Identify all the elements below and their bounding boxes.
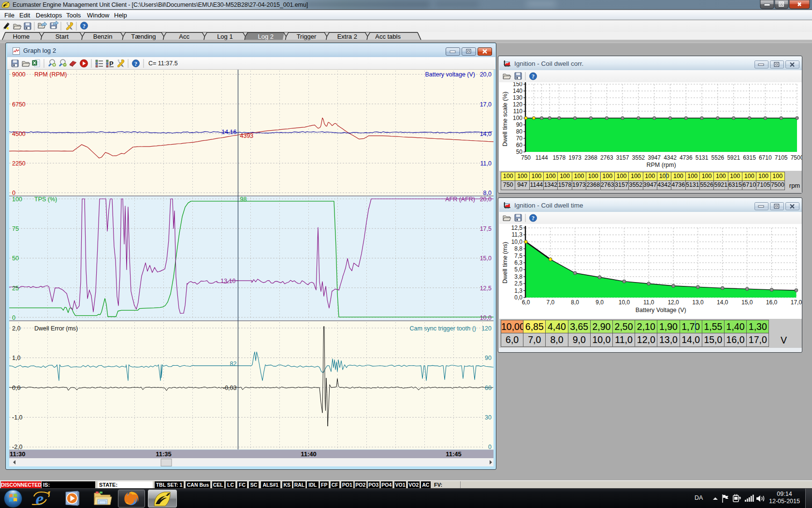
svg-text:750: 750 bbox=[521, 154, 531, 161]
svg-text:Home: Home bbox=[13, 33, 30, 40]
svg-text:2,0: 2,0 bbox=[12, 325, 20, 332]
svg-text:3552: 3552 bbox=[632, 154, 645, 161]
svg-text:Dwell Error (ms): Dwell Error (ms) bbox=[34, 325, 78, 332]
svg-text:15,0: 15,0 bbox=[741, 299, 753, 306]
svg-text:120: 120 bbox=[481, 325, 492, 332]
svg-text:6,3: 6,3 bbox=[514, 259, 522, 266]
svg-text:?: ? bbox=[83, 23, 86, 30]
svg-text:RPM (rpm): RPM (rpm) bbox=[646, 162, 676, 168]
svg-text:17,5: 17,5 bbox=[480, 225, 492, 232]
svg-text:90: 90 bbox=[485, 355, 492, 361]
svg-text:Dwell time scale (%): Dwell time scale (%) bbox=[502, 91, 508, 146]
svg-text:14,0: 14,0 bbox=[717, 299, 728, 306]
svg-text:7500: 7500 bbox=[791, 154, 802, 161]
svg-text:80: 80 bbox=[516, 128, 523, 135]
svg-text:10,0: 10,0 bbox=[511, 239, 523, 245]
svg-text:17,0: 17,0 bbox=[791, 299, 802, 306]
svg-text:7,0: 7,0 bbox=[546, 299, 554, 306]
svg-text:TPS (%): TPS (%) bbox=[34, 196, 57, 203]
svg-text:2,5: 2,5 bbox=[514, 280, 522, 287]
svg-text:Log 2: Log 2 bbox=[258, 33, 274, 40]
svg-text:Dwell time (ms): Dwell time (ms) bbox=[502, 242, 508, 284]
svg-text:10,0: 10,0 bbox=[619, 299, 630, 306]
svg-text:70: 70 bbox=[516, 135, 523, 142]
svg-text:-0,03: -0,03 bbox=[223, 385, 237, 391]
svg-text:110: 110 bbox=[513, 108, 522, 115]
svg-text:9,0: 9,0 bbox=[595, 299, 604, 306]
svg-text:15,0: 15,0 bbox=[480, 255, 492, 262]
svg-text:12,0: 12,0 bbox=[667, 299, 679, 306]
svg-text:17,0: 17,0 bbox=[480, 101, 492, 108]
svg-text:Acc: Acc bbox=[179, 33, 189, 40]
svg-text:4342: 4342 bbox=[664, 154, 677, 161]
svg-text:Cam sync trigger tooth (): Cam sync trigger tooth () bbox=[409, 325, 476, 332]
svg-text:3,8: 3,8 bbox=[514, 273, 522, 280]
svg-text:Acc tabls: Acc tabls bbox=[375, 33, 401, 40]
svg-text:25: 25 bbox=[12, 285, 19, 292]
svg-text:75: 75 bbox=[12, 225, 19, 232]
svg-text:8,8: 8,8 bbox=[514, 245, 522, 252]
svg-text:6750: 6750 bbox=[12, 101, 26, 108]
svg-text:50: 50 bbox=[12, 255, 19, 262]
svg-text:98: 98 bbox=[240, 196, 247, 203]
svg-text:82: 82 bbox=[230, 360, 237, 367]
svg-text:Log 1: Log 1 bbox=[217, 33, 233, 40]
svg-text:20,0: 20,0 bbox=[480, 196, 492, 203]
svg-text:Battery voltage (V): Battery voltage (V) bbox=[425, 71, 475, 78]
svg-text:Trigger: Trigger bbox=[297, 33, 317, 40]
svg-text:Tænding: Tænding bbox=[131, 33, 156, 40]
svg-text:P: P bbox=[109, 60, 114, 67]
svg-text:1144: 1144 bbox=[536, 154, 548, 161]
svg-text:C= 11:37.5: C= 11:37.5 bbox=[148, 60, 178, 67]
svg-text:120: 120 bbox=[513, 101, 522, 108]
svg-text:2250: 2250 bbox=[12, 160, 26, 167]
svg-text:13,10: 13,10 bbox=[220, 278, 235, 284]
svg-text:60: 60 bbox=[516, 142, 523, 149]
svg-text:130: 130 bbox=[513, 94, 522, 101]
svg-text:11,0: 11,0 bbox=[480, 160, 492, 167]
svg-text:?: ? bbox=[532, 215, 535, 222]
svg-text:Battery Voltage (V): Battery Voltage (V) bbox=[636, 307, 686, 314]
svg-text:150: 150 bbox=[513, 82, 522, 88]
svg-text:1973: 1973 bbox=[568, 154, 581, 161]
svg-text:11:30: 11:30 bbox=[10, 450, 26, 458]
svg-text:6710: 6710 bbox=[759, 154, 772, 161]
svg-text:16,0: 16,0 bbox=[766, 299, 778, 306]
svg-text:3947: 3947 bbox=[648, 154, 661, 161]
svg-text:AFR (AFR): AFR (AFR) bbox=[445, 196, 475, 203]
svg-text:1578: 1578 bbox=[552, 154, 566, 161]
svg-text:30: 30 bbox=[485, 414, 492, 421]
svg-text:Start: Start bbox=[55, 33, 69, 40]
svg-text:6,0: 6,0 bbox=[522, 299, 530, 306]
svg-text:60: 60 bbox=[485, 385, 492, 391]
svg-text:0,0: 0,0 bbox=[12, 385, 20, 391]
svg-text:100: 100 bbox=[513, 115, 522, 121]
svg-text:0: 0 bbox=[12, 314, 15, 321]
svg-text:5,0: 5,0 bbox=[514, 266, 522, 273]
svg-text:1,3: 1,3 bbox=[514, 287, 522, 294]
svg-text:11:40: 11:40 bbox=[301, 450, 317, 458]
svg-text:11:45: 11:45 bbox=[446, 450, 462, 458]
svg-text:4500: 4500 bbox=[12, 131, 26, 137]
svg-text:5921: 5921 bbox=[727, 154, 740, 161]
svg-text:7,5: 7,5 bbox=[514, 253, 522, 259]
svg-text:4393: 4393 bbox=[240, 133, 254, 139]
svg-text:20,0: 20,0 bbox=[480, 71, 492, 78]
svg-text:14,16: 14,16 bbox=[221, 129, 236, 135]
svg-text:11,3: 11,3 bbox=[512, 231, 523, 238]
svg-text:9000: 9000 bbox=[12, 71, 26, 78]
svg-text:RPM (RPM): RPM (RPM) bbox=[34, 71, 67, 78]
svg-text:4736: 4736 bbox=[680, 154, 693, 161]
svg-text:5526: 5526 bbox=[711, 154, 725, 161]
svg-text:Benzin: Benzin bbox=[93, 33, 113, 40]
svg-text:8,0: 8,0 bbox=[571, 299, 579, 306]
svg-text:?: ? bbox=[134, 60, 137, 67]
svg-text:14,0: 14,0 bbox=[480, 131, 492, 137]
svg-text:Extra 2: Extra 2 bbox=[337, 33, 357, 40]
svg-text:11,0: 11,0 bbox=[643, 299, 654, 306]
svg-text:13,0: 13,0 bbox=[692, 299, 704, 306]
svg-text:140: 140 bbox=[513, 88, 522, 94]
svg-text:2368: 2368 bbox=[584, 154, 597, 161]
svg-text:10,0: 10,0 bbox=[480, 314, 492, 321]
svg-text:3157: 3157 bbox=[616, 154, 629, 161]
